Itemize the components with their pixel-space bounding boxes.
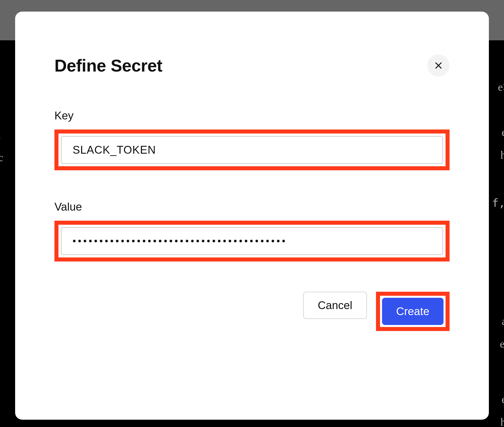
value-label: Value	[54, 201, 450, 213]
backdrop-text: et	[0, 128, 1, 141]
key-highlight	[54, 129, 450, 170]
close-icon	[434, 61, 443, 70]
backdrop-text: t.	[0, 239, 1, 252]
modal-title: Define Secret	[54, 56, 162, 75]
backdrop-text: ho	[500, 149, 504, 161]
value-input[interactable]	[61, 227, 443, 255]
backdrop-text: e>	[498, 81, 504, 93]
backdrop-text: ac	[502, 315, 504, 328]
backdrop-text: t c	[0, 151, 3, 164]
modal-footer: Cancel Create	[54, 292, 450, 331]
backdrop-text: e	[501, 126, 504, 139]
key-input[interactable]	[61, 136, 443, 164]
close-button[interactable]	[427, 54, 450, 77]
backdrop-text: ho	[500, 416, 504, 427]
backdrop-text: ert	[500, 338, 504, 350]
key-field-group: Key	[54, 109, 450, 170]
define-secret-modal: Define Secret Key Value Cancel Create	[15, 12, 489, 420]
backdrop-text: e	[501, 393, 504, 406]
value-field-group: Value	[54, 201, 450, 261]
modal-header: Define Secret	[54, 54, 450, 77]
create-button[interactable]: Create	[382, 298, 444, 325]
key-label: Key	[54, 109, 450, 122]
value-highlight	[54, 221, 450, 261]
backdrop-text: f,	[492, 196, 504, 209]
cancel-button[interactable]: Cancel	[303, 292, 367, 319]
create-highlight: Create	[376, 292, 450, 331]
